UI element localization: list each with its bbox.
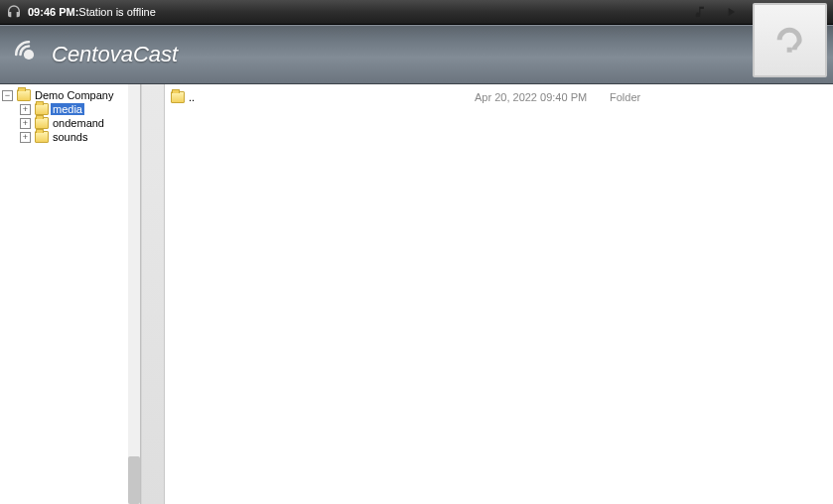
- expand-icon[interactable]: +: [20, 132, 31, 143]
- brand-bar: CentovaCast: [0, 25, 833, 84]
- status-time: 09:46 PM:: [28, 6, 78, 18]
- play-icon[interactable]: [724, 5, 738, 19]
- folder-icon: [35, 103, 49, 115]
- folder-icon: [171, 91, 185, 103]
- pane-gutter: [141, 84, 165, 504]
- tree-item-label[interactable]: ondemand: [51, 117, 106, 129]
- file-row-parent[interactable]: .. Apr 20, 2022 09:40 PM Folder: [171, 88, 827, 106]
- collapse-icon[interactable]: −: [2, 90, 13, 101]
- tree-item[interactable]: + media: [20, 102, 138, 116]
- brand-title: CentovaCast: [52, 42, 178, 67]
- file-list-pane: .. Apr 20, 2022 09:40 PM Folder: [165, 84, 833, 504]
- tree-item[interactable]: + ondemand: [20, 116, 138, 130]
- folder-icon: [35, 131, 49, 143]
- music-note-icon[interactable]: [694, 5, 708, 19]
- file-name: ..: [189, 91, 195, 103]
- file-date: Apr 20, 2022 09:40 PM: [475, 91, 604, 103]
- folder-icon: [35, 117, 49, 129]
- scrollbar-thumb[interactable]: [128, 456, 140, 504]
- file-type: Folder: [610, 91, 669, 103]
- tree-item-label[interactable]: sounds: [51, 131, 89, 143]
- expand-icon[interactable]: +: [20, 118, 31, 129]
- main-area: − Demo Company + media + ondemand +: [0, 84, 833, 504]
- expand-icon[interactable]: +: [20, 104, 31, 115]
- brand-logo-icon: [12, 38, 46, 71]
- headphones-icon: [6, 4, 22, 20]
- tree-root-label[interactable]: Demo Company: [33, 89, 115, 101]
- svg-point-0: [24, 50, 34, 60]
- status-text: Station is offline: [78, 6, 155, 18]
- folder-tree-pane: − Demo Company + media + ondemand +: [0, 84, 141, 504]
- brand-title-bold: Centova: [52, 42, 133, 66]
- tree-item[interactable]: + sounds: [20, 130, 138, 144]
- folder-icon: [17, 89, 31, 101]
- album-art-placeholder: [753, 3, 827, 77]
- brand-title-light: Cast: [133, 42, 178, 66]
- tree-item-label[interactable]: media: [51, 103, 84, 115]
- tree-root[interactable]: − Demo Company: [2, 88, 138, 102]
- status-bar: 09:46 PM: Station is offline: [0, 0, 833, 25]
